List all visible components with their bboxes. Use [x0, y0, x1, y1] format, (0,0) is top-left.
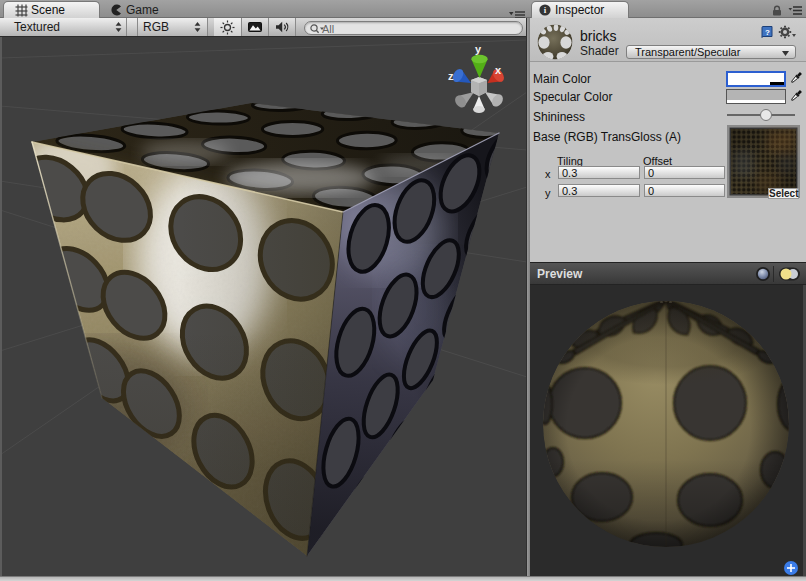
- svg-text:?: ?: [765, 28, 770, 37]
- svg-text:z: z: [448, 70, 454, 82]
- svg-text:y: y: [475, 43, 482, 55]
- svg-text:x: x: [495, 64, 502, 76]
